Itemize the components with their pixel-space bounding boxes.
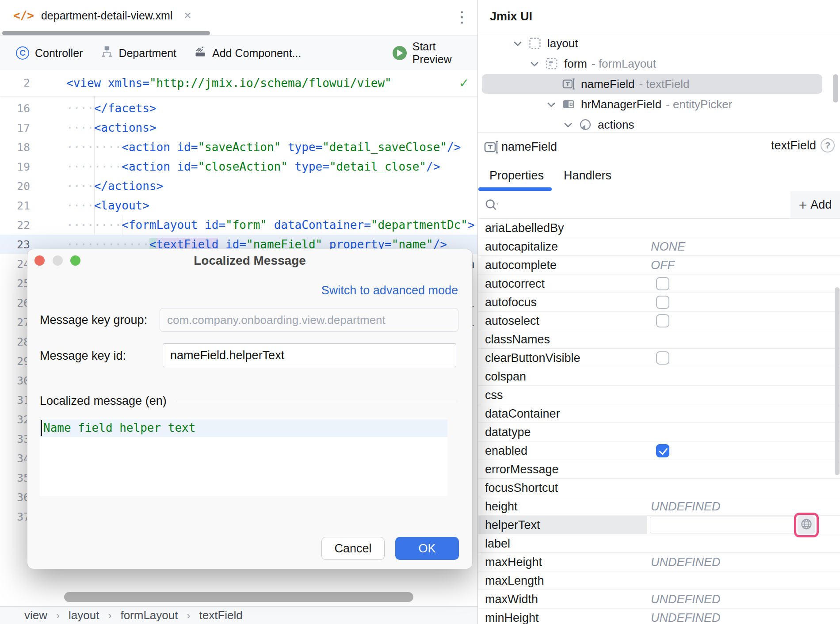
editor-menu-kebab-icon[interactable]: ⋮ <box>454 8 470 26</box>
code-token: <formLayout <box>122 218 198 232</box>
property-row-errorMessage[interactable]: errorMessage <box>478 460 840 479</box>
add-component-button[interactable]: Add Component... <box>194 46 302 61</box>
chevron-down-icon[interactable] <box>546 101 562 108</box>
tree-item-form[interactable]: form- formLayout <box>478 53 840 74</box>
property-row-helperText[interactable]: helperText <box>478 516 840 534</box>
tree-item-layout[interactable]: layout <box>478 33 840 53</box>
property-row-css[interactable]: css <box>478 386 840 404</box>
code-line[interactable]: 18········<action id="saveAction" type="… <box>0 137 478 157</box>
cancel-button[interactable]: Cancel <box>321 537 385 560</box>
property-label: classNames <box>485 332 550 346</box>
actions-icon <box>579 118 598 131</box>
code-line[interactable]: 21····<layout> <box>0 196 478 215</box>
property-label: autoselect <box>485 314 539 327</box>
add-component-icon <box>194 46 206 61</box>
code-token <box>288 160 295 173</box>
property-row-maxLength[interactable]: maxLength <box>478 571 840 590</box>
code-token: xmlns <box>108 76 142 90</box>
tab-close-icon[interactable]: × <box>184 8 191 23</box>
start-preview-button[interactable]: Start Preview <box>393 40 477 66</box>
property-row-maxHeight[interactable]: maxHeightUNDEFINED <box>478 553 840 571</box>
property-row-autofocus[interactable]: autofocus <box>478 293 840 312</box>
tree-item-nameField[interactable]: nameField- textField <box>478 74 840 94</box>
tree-item-type: - textField <box>639 77 689 91</box>
tree-item-name: hrManagerField <box>581 98 661 111</box>
tree-item-actions[interactable]: actions <box>478 114 840 132</box>
property-checkbox[interactable] <box>656 444 669 457</box>
code-text: ····<layout> <box>66 199 149 212</box>
help-icon[interactable]: ? <box>821 138 835 152</box>
code-line[interactable]: 19········<action id="closeAction" type=… <box>0 157 478 176</box>
property-label: focusShortcut <box>485 481 558 495</box>
search-input[interactable] <box>507 194 785 215</box>
tree-scrollbar[interactable] <box>833 74 838 103</box>
chevron-down-icon[interactable] <box>563 121 579 128</box>
code-line[interactable]: 22········<formLayout id="form" dataCont… <box>0 215 478 235</box>
message-key-id-field[interactable] <box>163 343 456 367</box>
property-row-clearButtonVisible[interactable]: clearButtonVisible <box>478 349 840 367</box>
code-token <box>170 160 177 173</box>
property-row-colspan[interactable]: colspan <box>478 367 840 386</box>
line-number: 22 <box>0 219 30 232</box>
line-number: 33 <box>0 433 30 445</box>
sticky-line-number: 2 <box>0 76 30 89</box>
switch-advanced-mode-link[interactable]: Switch to advanced mode <box>321 284 458 297</box>
localized-message-editor[interactable]: Name field helper text <box>40 419 447 496</box>
property-row-dataContainer[interactable]: dataContainer <box>478 404 840 423</box>
active-tab-underline <box>478 187 552 191</box>
property-row-autocorrect[interactable]: autocorrect <box>478 274 840 293</box>
code-text: ····<actions> <box>66 121 157 134</box>
department-entity-button[interactable]: Department <box>100 46 176 61</box>
property-row-autoselect[interactable]: autoselect <box>478 312 840 330</box>
search-icon <box>485 198 500 214</box>
breadcrumb-item-view[interactable]: view <box>24 609 47 622</box>
tree-item-type: - entityPicker <box>666 98 732 111</box>
property-label: enabled <box>485 444 527 457</box>
tab-handlers[interactable]: Handlers <box>564 169 611 183</box>
property-checkbox[interactable] <box>656 296 669 309</box>
message-key-group-field[interactable] <box>160 308 458 332</box>
code-token: <layout> <box>94 199 149 212</box>
tab-title: department-detail-view.xml <box>41 9 172 22</box>
chevron-down-icon[interactable] <box>530 60 546 67</box>
line-number: 26 <box>0 297 30 309</box>
property-row-enabled[interactable]: enabled <box>478 441 840 460</box>
message-key-group-label: Message key group: <box>40 313 147 327</box>
property-row-maxWidth[interactable]: maxWidthUNDEFINED <box>478 590 840 609</box>
tab-department-detail-view[interactable]: </> department-detail-view.xml × <box>13 0 191 31</box>
property-row-autocomplete[interactable]: autocompleteOFF <box>478 256 840 274</box>
property-row-ariaLabelledBy[interactable]: ariaLabelledBy <box>478 219 840 237</box>
chevron-down-icon[interactable] <box>513 40 529 47</box>
code-line[interactable]: 17····<actions> <box>0 118 478 137</box>
tree-item-hrManagerField[interactable]: hrManagerField- entityPicker <box>478 94 840 114</box>
tab-properties[interactable]: Properties <box>489 169 544 183</box>
code-token: <action <box>122 160 170 173</box>
controller-button[interactable]: C Controller <box>16 46 83 60</box>
property-row-autocapitalize[interactable]: autocapitalizeNONE <box>478 237 840 256</box>
breadcrumb-item-textField[interactable]: textField <box>199 609 242 622</box>
breadcrumb-item-layout[interactable]: layout <box>69 609 99 622</box>
property-row-minHeight[interactable]: minHeightUNDEFINED <box>478 609 840 624</box>
ok-button[interactable]: OK <box>395 537 459 560</box>
sticky-code-line[interactable]: 2 <view xmlns="http://jmix.io/schema/flo… <box>0 70 478 96</box>
helper-text-input[interactable] <box>650 517 796 533</box>
property-checkbox[interactable] <box>656 351 669 365</box>
horizontal-scrollbar[interactable] <box>64 592 413 602</box>
localize-button[interactable] <box>798 516 815 534</box>
property-checkbox[interactable] <box>656 277 669 290</box>
code-token: = <box>218 218 225 232</box>
property-row-label[interactable]: label <box>478 534 840 553</box>
property-row-classNames[interactable]: classNames <box>478 330 840 349</box>
code-line[interactable]: 20····</actions> <box>0 176 478 196</box>
code-token: "departmentDc" <box>371 218 468 232</box>
properties-scrollbar[interactable] <box>835 287 840 475</box>
xml-file-icon: </> <box>13 9 34 22</box>
property-row-focusShortcut[interactable]: focusShortcut <box>478 479 840 497</box>
code-line[interactable]: 16····</facets> <box>0 99 478 118</box>
property-row-height[interactable]: heightUNDEFINED <box>478 497 840 516</box>
code-token: ···· <box>66 179 94 193</box>
breadcrumb-item-formLayout[interactable]: formLayout <box>120 609 178 622</box>
property-row-datatype[interactable]: datatype <box>478 423 840 441</box>
property-checkbox[interactable] <box>656 314 669 327</box>
add-property-button[interactable]: + Add <box>790 191 840 218</box>
